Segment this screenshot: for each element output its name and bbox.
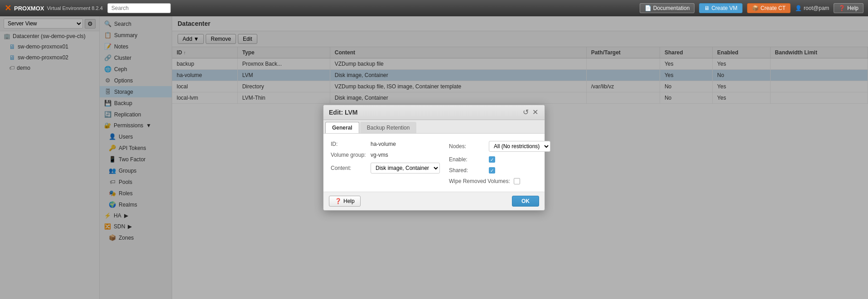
help-icon: ❓: [839, 5, 845, 11]
volume-group-label: Volume group:: [331, 152, 367, 158]
create-vm-icon: 🖥: [704, 5, 709, 11]
create-vm-button[interactable]: 🖥 Create VM: [699, 3, 742, 13]
user-icon: 👤: [795, 5, 802, 11]
field-volume-group: Volume group: vg-vms: [331, 152, 440, 158]
enable-checkbox[interactable]: ✓: [489, 156, 495, 163]
modal-controls: ↺ ✕: [522, 109, 539, 116]
modal-reset-button[interactable]: ↺: [522, 109, 530, 116]
content-label: Content:: [331, 165, 367, 171]
modal-overlay: Edit: LVM ↺ ✕ General Backup Retention: [0, 16, 868, 299]
id-value: ha-volume: [371, 141, 396, 147]
field-enable: Enable: ✓: [449, 156, 550, 163]
modal-help-button[interactable]: ❓ Help: [329, 196, 361, 207]
create-ct-icon: 📦: [752, 5, 759, 11]
logo-x-icon: ✕: [5, 3, 11, 13]
logo-brand: PROXMOX: [14, 5, 44, 12]
modal-ok-button[interactable]: OK: [512, 196, 539, 207]
logo-product: Virtual Environment 8.2.4: [47, 5, 102, 11]
create-ct-button[interactable]: 📦 Create CT: [747, 3, 791, 13]
topbar-search-input[interactable]: [107, 3, 171, 13]
field-wipe: Wipe Removed Volumes:: [449, 178, 550, 184]
logo: ✕ PROXMOX Virtual Environment 8.2.4: [5, 3, 103, 13]
shared-checkbox[interactable]: ✓: [489, 167, 495, 174]
nodes-select[interactable]: All (No restrictions): [489, 141, 550, 152]
field-id: ID: ha-volume: [331, 141, 440, 147]
tab-backup-retention[interactable]: Backup Retention: [360, 122, 417, 133]
modal-tabs: General Backup Retention: [323, 120, 545, 134]
user-info: 👤 root@pam: [795, 5, 829, 11]
enable-label: Enable:: [449, 156, 485, 163]
modal-body: ID: ha-volume Volume group: vg-vms Conte…: [323, 134, 545, 192]
field-shared: Shared: ✓: [449, 167, 550, 174]
topbar: ✕ PROXMOX Virtual Environment 8.2.4 📄 Do…: [0, 0, 868, 16]
modal-footer: ❓ Help OK: [323, 192, 545, 210]
id-label: ID:: [331, 141, 367, 147]
modal-title: Edit: LVM: [329, 109, 358, 116]
wipe-label: Wipe Removed Volumes:: [449, 178, 510, 184]
edit-lvm-modal: Edit: LVM ↺ ✕ General Backup Retention: [323, 105, 545, 211]
field-nodes: Nodes: All (No restrictions): [449, 141, 550, 152]
modal-close-button[interactable]: ✕: [531, 109, 539, 116]
help-circle-icon: ❓: [335, 198, 342, 204]
shared-label: Shared:: [449, 167, 485, 174]
help-button[interactable]: ❓ Help: [834, 3, 863, 13]
documentation-button[interactable]: 📄 Documentation: [640, 3, 695, 13]
modal-header: Edit: LVM ↺ ✕: [323, 105, 545, 120]
content-select[interactable]: Disk image, Container: [371, 163, 440, 174]
volume-group-value: vg-vms: [371, 152, 388, 158]
tab-general[interactable]: General: [325, 122, 359, 133]
nodes-label: Nodes:: [449, 143, 485, 150]
doc-icon: 📄: [645, 5, 651, 11]
field-content: Content: Disk image, Container: [331, 163, 440, 174]
wipe-checkbox[interactable]: [514, 178, 520, 184]
